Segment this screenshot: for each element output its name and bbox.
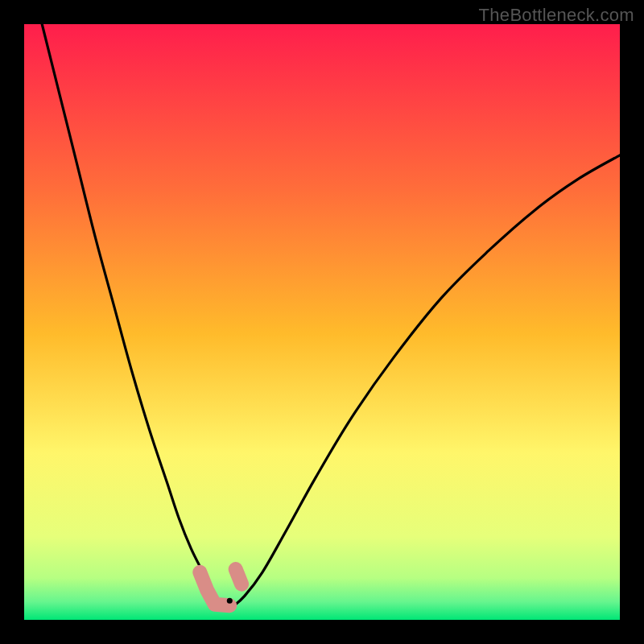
marker-center-dot — [227, 598, 233, 604]
curve-right-branch — [233, 155, 620, 607]
plot-area — [24, 24, 620, 620]
outer-frame: TheBottleneck.com — [0, 0, 644, 644]
curve-layer — [24, 24, 620, 620]
marker-region — [200, 569, 242, 605]
watermark-text: TheBottleneck.com — [479, 5, 634, 26]
curve-left-branch — [42, 24, 233, 607]
